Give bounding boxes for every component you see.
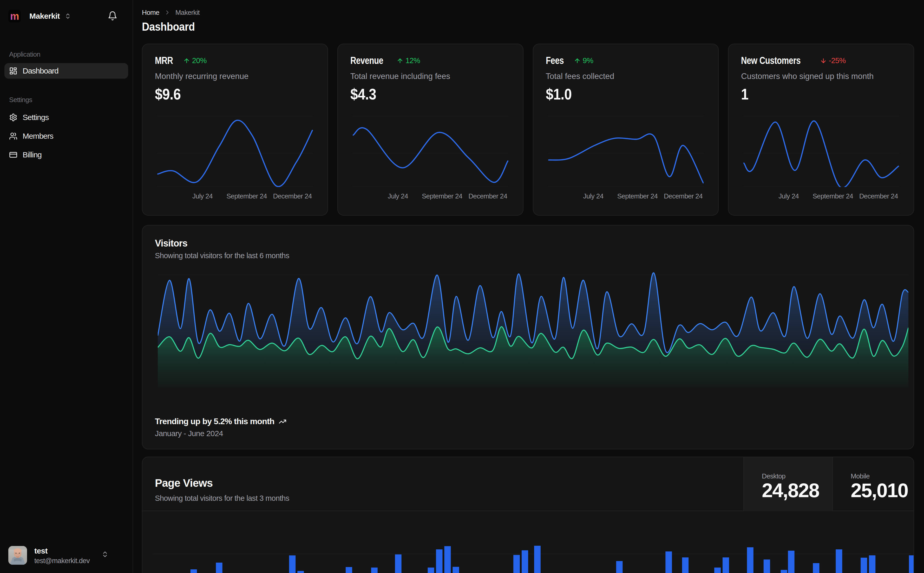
svg-text:m: m xyxy=(10,10,19,22)
